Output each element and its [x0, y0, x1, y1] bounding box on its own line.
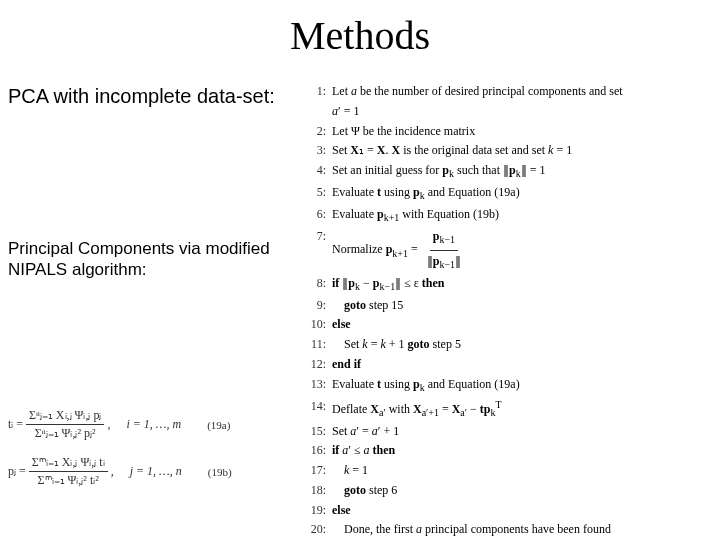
- algo-linenum: 3:: [310, 141, 332, 161]
- nipals-line2: NIPALS algorithm:: [8, 260, 147, 279]
- formula-19b: pⱼ = Σᵐᵢ₌₁ Xᵢ,ⱼ Ψᵢ,ⱼ tᵢ Σᵐᵢ₌₁ Ψᵢ,ⱼ² tᵢ² …: [8, 455, 232, 488]
- algo-text: Let a be the number of desired principal…: [332, 82, 623, 102]
- formula-denominator: Σᵐᵢ₌₁ Ψᵢ,ⱼ² tᵢ²: [35, 472, 102, 488]
- formula-19a: tᵢ = Σⁿⱼ₌₁ Xᵢ,ⱼ Ψᵢ,ⱼ pⱼ Σⁿⱼ₌₁ Ψᵢ,ⱼ² pⱼ² …: [8, 408, 232, 441]
- algo-text: if a′ ≤ a then: [332, 441, 395, 461]
- formula-domain: j = 1, …, n: [130, 464, 182, 479]
- algo-linenum: 14:: [310, 397, 332, 422]
- formula-lhs: pⱼ =: [8, 464, 26, 479]
- algo-linenum: 9:: [310, 296, 332, 316]
- algo-text: if ‖pk − pk−1‖ ≤ ε then: [332, 274, 444, 296]
- algo-linenum: 16:: [310, 441, 332, 461]
- algo-text: Evaluate t using pk and Equation (19a): [332, 375, 520, 397]
- algo-text: a′ = 1: [332, 102, 359, 122]
- algo-linenum: 15:: [310, 422, 332, 442]
- algo-text: else: [332, 501, 351, 521]
- formula-numerator: Σⁿⱼ₌₁ Xᵢ,ⱼ Ψᵢ,ⱼ pⱼ: [26, 408, 104, 425]
- algo-linenum: 6:: [310, 205, 332, 227]
- algo-linenum: 2:: [310, 122, 332, 142]
- algorithm-block: 1:Let a be the number of desired princip…: [310, 82, 623, 540]
- algo-linenum: 18:: [310, 481, 332, 501]
- algo-text: end if: [332, 355, 361, 375]
- algo-text: Set X₁ = X. X is the original data set a…: [332, 141, 572, 161]
- nipals-line1: Principal Components via modified: [8, 239, 270, 258]
- algo-text: Evaluate pk+1 with Equation (19b): [332, 205, 499, 227]
- algo-text: else: [332, 315, 351, 335]
- algo-text: Done, the first a principal components h…: [332, 520, 611, 540]
- algo-linenum: 19:: [310, 501, 332, 521]
- algo-linenum: 17:: [310, 461, 332, 481]
- algo-linenum: 10:: [310, 315, 332, 335]
- formula-domain: i = 1, …, m: [126, 417, 181, 432]
- algo-linenum: 7:: [310, 227, 332, 274]
- formula-label: (19b): [208, 466, 232, 478]
- algo-text: k = 1: [332, 461, 368, 481]
- algo-linenum: 12:: [310, 355, 332, 375]
- formula-lhs: tᵢ =: [8, 417, 23, 432]
- algo-text: Evaluate t using pk and Equation (19a): [332, 183, 520, 205]
- algo-linenum: 20:: [310, 520, 332, 540]
- formula-block: tᵢ = Σⁿⱼ₌₁ Xᵢ,ⱼ Ψᵢ,ⱼ pⱼ Σⁿⱼ₌₁ Ψᵢ,ⱼ² pⱼ² …: [8, 408, 232, 502]
- algo-linenum: 8:: [310, 274, 332, 296]
- algo-text: goto step 15: [332, 296, 403, 316]
- algo-text: Deflate Xa′ with Xa′+1 = Xa′ − tpkT: [332, 397, 502, 422]
- formula-label: (19a): [207, 419, 230, 431]
- algo-text: Set an initial guess for pk such that ‖p…: [332, 161, 545, 183]
- algo-text: goto step 6: [332, 481, 397, 501]
- page-title: Methods: [0, 0, 720, 59]
- algo-text: Let Ψ be the incidence matrix: [332, 122, 475, 142]
- algo-linenum: [310, 102, 332, 122]
- algo-linenum: 1:: [310, 82, 332, 102]
- formula-denominator: Σⁿⱼ₌₁ Ψᵢ,ⱼ² pⱼ²: [32, 425, 99, 441]
- algo-linenum: 13:: [310, 375, 332, 397]
- algo-text: Normalize pk+1 = pk−1‖pk−1‖: [332, 227, 467, 274]
- section-heading-pca: PCA with incomplete data-set:: [8, 85, 275, 108]
- formula-numerator: Σᵐᵢ₌₁ Xᵢ,ⱼ Ψᵢ,ⱼ tᵢ: [29, 455, 108, 472]
- section-heading-nipals: Principal Components via modified NIPALS…: [8, 238, 270, 281]
- algo-text: Set k = k + 1 goto step 5: [332, 335, 461, 355]
- algo-text: Set a′ = a′ + 1: [332, 422, 399, 442]
- algo-linenum: 5:: [310, 183, 332, 205]
- algo-linenum: 4:: [310, 161, 332, 183]
- algo-linenum: 11:: [310, 335, 332, 355]
